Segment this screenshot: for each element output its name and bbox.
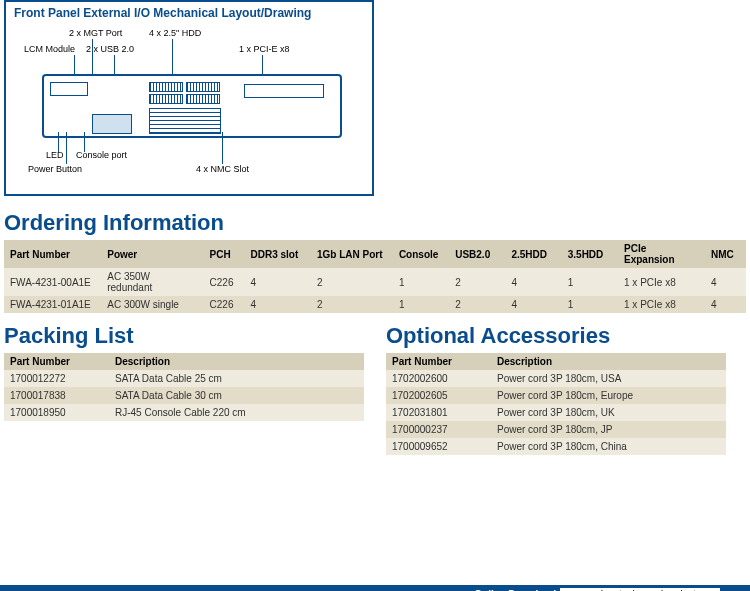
th-nmc: NMC: [705, 240, 746, 268]
th-lan: 1Gb LAN Port: [311, 240, 393, 268]
table-row: FWA-4231-00A1EAC 350W redundantC22642124…: [4, 268, 746, 296]
diagram-title: Front Panel External I/O Mechanical Layo…: [14, 6, 364, 20]
label-usb: 2 x USB 2.0: [86, 44, 134, 54]
ordering-table: Part Number Power PCH DDR3 slot 1Gb LAN …: [4, 240, 746, 313]
table-row: 1702002600Power cord 3P 180cm, USA: [386, 370, 726, 387]
th-usb: USB2.0: [449, 240, 505, 268]
label-led: LED: [46, 150, 64, 160]
th-pcie: PCIe Expansion: [618, 240, 705, 268]
server-chassis: [42, 74, 342, 138]
th-35hdd: 3.5HDD: [562, 240, 618, 268]
th-partnumber: Part Number: [386, 353, 491, 370]
th-console: Console: [393, 240, 449, 268]
table-row: 1702031801Power cord 3P 180cm, UK: [386, 404, 726, 421]
label-hdd: 4 x 2.5" HDD: [149, 28, 201, 38]
label-mgt: 2 x MGT Port: [69, 28, 122, 38]
table-row: 1700017838SATA Data Cable 30 cm: [4, 387, 364, 404]
table-row: 1702002605Power cord 3P 180cm, Europe: [386, 387, 726, 404]
th-power: Power: [101, 240, 203, 268]
label-power: Power Button: [28, 164, 82, 174]
th-pch: PCH: [204, 240, 245, 268]
table-row: FWA-4231-01A1EAC 300W singleC2264212411 …: [4, 296, 746, 313]
table-row: 1700012272SATA Data Cable 25 cm: [4, 370, 364, 387]
table-row: 1700000237Power cord 3P 180cm, JP: [386, 421, 726, 438]
table-row: 1700018950RJ-45 Console Cable 220 cm: [4, 404, 364, 421]
accessories-header-row: Part Number Description: [386, 353, 726, 370]
diagram-area: 2 x MGT Port 4 x 2.5" HDD LCM Module 2 x…: [14, 24, 364, 184]
packing-table: Part Number Description 1700012272SATA D…: [4, 353, 364, 421]
label-nmc: 4 x NMC Slot: [196, 164, 249, 174]
th-partnumber: Part Number: [4, 240, 101, 268]
label-lcm: LCM Module: [24, 44, 75, 54]
th-description: Description: [491, 353, 726, 370]
label-console: Console port: [76, 150, 127, 160]
th-ddr3: DDR3 slot: [245, 240, 312, 268]
th-partnumber: Part Number: [4, 353, 109, 370]
ordering-header-row: Part Number Power PCH DDR3 slot 1Gb LAN …: [4, 240, 746, 268]
label-pcie: 1 x PCI-E x8: [239, 44, 290, 54]
accessories-heading: Optional Accessories: [386, 323, 726, 349]
packing-header-row: Part Number Description: [4, 353, 364, 370]
th-description: Description: [109, 353, 364, 370]
footer-url: www.advantech.com/products: [560, 588, 720, 592]
footer-bar: Online Download www.advantech.com/produc…: [0, 585, 750, 591]
table-row: 1700009652Power cord 3P 180cm, China: [386, 438, 726, 455]
packing-heading: Packing List: [4, 323, 364, 349]
th-25hdd: 2.5HDD: [505, 240, 561, 268]
diagram-box: Front Panel External I/O Mechanical Layo…: [4, 0, 374, 196]
accessories-table: Part Number Description 1702002600Power …: [386, 353, 726, 455]
ordering-heading: Ordering Information: [4, 210, 746, 236]
